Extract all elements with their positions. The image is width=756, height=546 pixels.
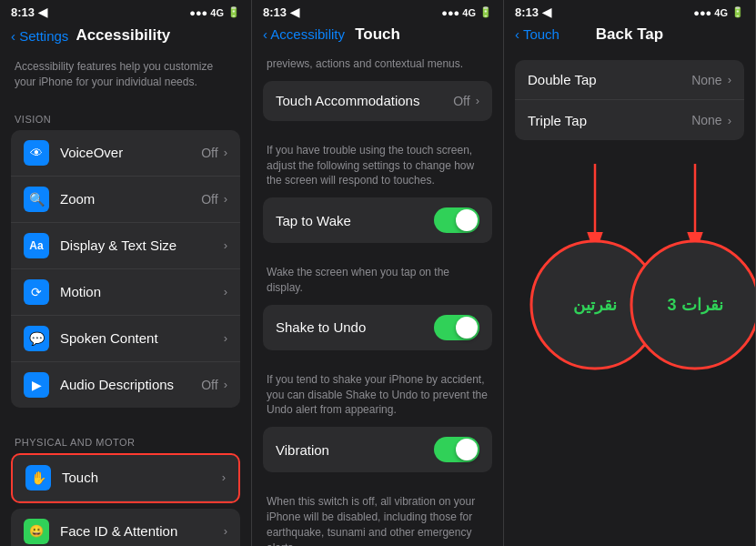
status-bar-2: 8:13 ◀ ●●● 4G 🔋: [252, 0, 503, 23]
vibration-desc: When this switch is off, all vibration o…: [252, 487, 503, 546]
list-item-display-text[interactable]: Aa Display & Text Size ›: [11, 223, 240, 269]
panel-back-tap: 8:13 ◀ ●●● 4G 🔋 ‹ Touch Back Tap Double …: [504, 0, 756, 546]
display-text-icon: Aa: [24, 233, 49, 258]
triple-tap-label: Triple Tap: [528, 113, 691, 128]
scroll-area-1[interactable]: Accessibility features help you customiz…: [0, 52, 251, 546]
motion-label: Motion: [60, 284, 224, 299]
page-title-3: Back Tap: [596, 25, 663, 44]
double-tap-value: None: [691, 73, 721, 87]
shake-undo-group: Shake to Undo: [263, 305, 492, 350]
vision-group: 👁 VoiceOver Off › 🔍 Zoom Off › Aa Displa…: [11, 130, 240, 408]
voiceover-icon: 👁: [24, 140, 49, 166]
touch-label: Touch: [62, 470, 222, 485]
touch-acc-desc: If you have trouble using the touch scre…: [252, 136, 503, 197]
list-item-double-tap[interactable]: Double Tap None ›: [515, 60, 744, 100]
accessibility-description: Accessibility features help you customiz…: [0, 52, 251, 99]
back-settings-button[interactable]: ‹ Settings: [11, 28, 68, 44]
status-bar-3: 8:13 ◀ ●●● 4G 🔋: [504, 0, 755, 23]
double-tap-label: Double Tap: [528, 72, 691, 87]
touch-icon: ✋: [25, 465, 51, 490]
chevron-icon: ›: [728, 73, 731, 86]
panel-touch: 8:13 ◀ ●●● 4G 🔋 ‹ Accessibility Touch pr…: [252, 0, 504, 546]
faceid-icon: 😀: [24, 519, 49, 544]
page-title-2: Touch: [355, 25, 400, 44]
chevron-icon: ›: [224, 524, 227, 538]
list-item-motion[interactable]: ⟳ Motion ›: [11, 269, 240, 316]
nav-bar-1: ‹ Settings Accessibility: [0, 23, 251, 52]
touch-acc-label: Touch Accommodations: [276, 93, 453, 108]
list-item-vibration[interactable]: Vibration: [263, 427, 492, 472]
page-title-1: Accessibility: [76, 26, 170, 45]
chevron-icon: ›: [224, 192, 227, 206]
chevron-icon: ›: [476, 94, 479, 107]
list-item-triple-tap[interactable]: Triple Tap None ›: [515, 100, 744, 140]
touch-accommodations-group: Touch Accommodations Off ›: [263, 81, 492, 121]
list-item-audio-desc[interactable]: ▶ Audio Descriptions Off ›: [11, 362, 240, 408]
vibration-group: Vibration: [263, 427, 492, 472]
chevron-icon: ›: [224, 378, 227, 391]
audio-desc-value: Off: [201, 378, 217, 392]
display-text-label: Display & Text Size: [60, 238, 224, 253]
time-1: 8:13 ◀: [11, 5, 47, 19]
panel-accessibility: 8:13 ◀ ●●● 4G 🔋 ‹ Settings Accessibility…: [0, 0, 252, 546]
back-touch-button[interactable]: ‹ Touch: [515, 26, 559, 42]
chevron-icon: ›: [224, 285, 227, 298]
zoom-icon: 🔍: [24, 187, 49, 212]
list-item-faceid[interactable]: 😀 Face ID & Attention ›: [11, 509, 240, 546]
shake-undo-desc: If you tend to shake your iPhone by acci…: [252, 365, 503, 427]
list-item-spoken[interactable]: 💬 Spoken Content ›: [11, 316, 240, 362]
annotation-svg: نقرتين 3 نقرات: [504, 155, 756, 446]
chevron-icon: ›: [224, 331, 227, 345]
chevron-icon: ›: [224, 238, 227, 252]
section-vision: VISION: [0, 99, 251, 130]
list-item-shake-undo[interactable]: Shake to Undo: [263, 305, 492, 350]
tap-wake-toggle[interactable]: [434, 207, 479, 233]
voiceover-label: VoiceOver: [60, 145, 201, 160]
list-item-voiceover[interactable]: 👁 VoiceOver Off ›: [11, 130, 240, 177]
back-accessibility-button[interactable]: ‹ Accessibility: [263, 26, 345, 42]
vibration-label: Vibration: [276, 442, 434, 458]
physical-group: 😀 Face ID & Attention › ⊞ Switch Control…: [11, 509, 240, 546]
touch-acc-value: Off: [453, 94, 469, 108]
zoom-label: Zoom: [60, 191, 201, 207]
motion-icon: ⟳: [24, 279, 49, 305]
chevron-icon: ›: [224, 146, 227, 159]
spoken-label: Spoken Content: [60, 330, 224, 346]
zoom-value: Off: [201, 192, 217, 207]
panel2-top-desc: previews, actions and contextual menus.: [252, 49, 503, 81]
triple-tap-value: None: [691, 113, 721, 127]
shake-undo-toggle[interactable]: [434, 315, 479, 340]
nav-bar-3: ‹ Touch Back Tap: [504, 23, 755, 49]
status-icons-2: ●●● 4G 🔋: [441, 6, 492, 18]
spoken-icon: 💬: [24, 326, 49, 351]
status-icons-3: ●●● 4G 🔋: [693, 6, 744, 18]
chevron-icon: ›: [222, 470, 226, 484]
status-bar-1: 8:13 ◀ ●●● 4G 🔋: [0, 0, 251, 23]
tap-wake-label: Tap to Wake: [276, 213, 434, 228]
vibration-toggle[interactable]: [434, 437, 479, 462]
audio-desc-icon: ▶: [24, 372, 49, 398]
faceid-label: Face ID & Attention: [60, 523, 224, 539]
tap-wake-desc: Wake the screen when you tap on the disp…: [252, 258, 503, 305]
tap-to-wake-group: Tap to Wake: [263, 197, 492, 243]
list-item-touch-accommodations[interactable]: Touch Accommodations Off ›: [263, 81, 492, 121]
chevron-icon: ›: [728, 114, 731, 127]
voiceover-value: Off: [201, 146, 217, 160]
time-3: 8:13 ◀: [515, 5, 551, 19]
shake-undo-label: Shake to Undo: [276, 319, 434, 335]
audio-desc-label: Audio Descriptions: [60, 377, 201, 392]
back-tap-list: Double Tap None › Triple Tap None ›: [515, 60, 744, 140]
nav-bar-2: ‹ Accessibility Touch: [252, 23, 503, 49]
list-item-zoom[interactable]: 🔍 Zoom Off ›: [11, 177, 240, 223]
status-icons-1: ●●● 4G 🔋: [189, 6, 240, 18]
list-item-tap-wake[interactable]: Tap to Wake: [263, 197, 492, 243]
scroll-area-2[interactable]: previews, actions and contextual menus. …: [252, 49, 503, 546]
section-physical: PHYSICAL AND MOTOR: [0, 422, 251, 453]
list-item-touch[interactable]: ✋ Touch ›: [13, 455, 238, 501]
time-2: 8:13 ◀: [263, 5, 299, 19]
svg-text:نقرتين: نقرتين: [573, 296, 617, 315]
svg-text:3 نقرات: 3 نقرات: [667, 296, 722, 315]
